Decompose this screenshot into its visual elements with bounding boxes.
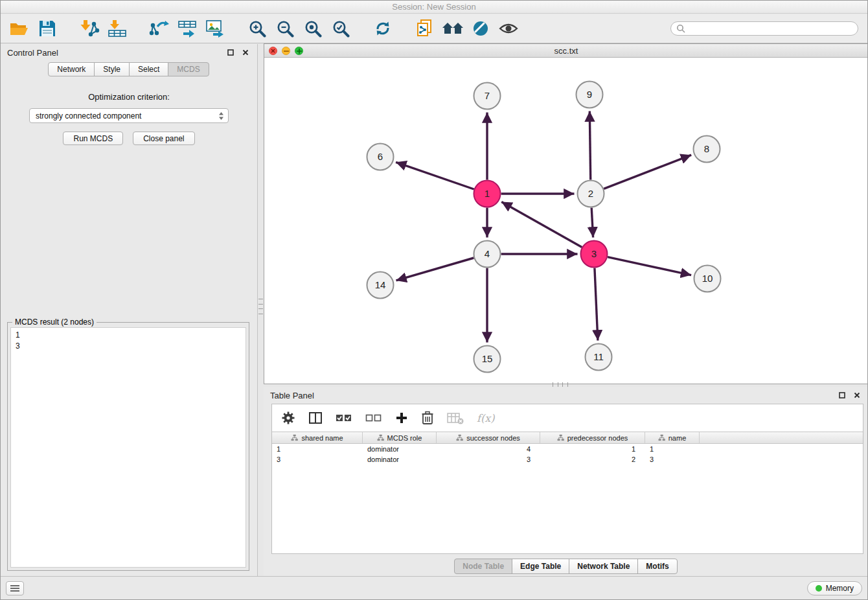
graph-node-10[interactable]: 10 bbox=[694, 266, 721, 292]
export-table-button[interactable] bbox=[175, 16, 200, 41]
tab-style[interactable]: Style bbox=[94, 62, 130, 76]
import-table-button[interactable] bbox=[105, 16, 130, 41]
float-table-panel-button[interactable] bbox=[837, 390, 847, 400]
network-canvas[interactable]: 1234678910111415 bbox=[264, 58, 868, 384]
minimize-window-icon[interactable] bbox=[282, 47, 290, 55]
search-box[interactable] bbox=[670, 21, 858, 36]
graph-node-9[interactable]: 9 bbox=[577, 82, 603, 108]
graph-node-2[interactable]: 2 bbox=[578, 181, 604, 207]
graph-node-4[interactable]: 4 bbox=[474, 241, 501, 268]
close-panel-button[interactable]: Close panel bbox=[133, 132, 194, 145]
graph-edge-2-3[interactable] bbox=[591, 208, 593, 238]
dropdown-stepper-icon bbox=[218, 111, 224, 121]
table-settings-button[interactable] bbox=[281, 411, 295, 425]
delete-column-button[interactable] bbox=[421, 411, 434, 425]
graph-node-1[interactable]: 1 bbox=[474, 181, 501, 207]
close-control-panel-button[interactable] bbox=[240, 47, 251, 58]
column-tree-icon bbox=[658, 434, 665, 441]
column-header-mcds-role[interactable]: MCDS role bbox=[363, 432, 437, 443]
zoom-in-button[interactable] bbox=[245, 16, 269, 41]
open-session-button[interactable] bbox=[7, 16, 32, 41]
table-row[interactable]: 1dominator411 bbox=[272, 444, 863, 454]
column-header-predecessor-nodes[interactable]: predecessor nodes bbox=[540, 432, 645, 443]
graph-edge-1-6[interactable] bbox=[396, 162, 474, 189]
close-table-panel-button[interactable] bbox=[852, 390, 862, 400]
column-header-shared-name[interactable]: shared name bbox=[272, 432, 363, 443]
graph-node-3[interactable]: 3 bbox=[581, 241, 608, 268]
save-session-button[interactable] bbox=[35, 16, 60, 41]
close-icon bbox=[242, 49, 249, 56]
tab-network[interactable]: Network bbox=[48, 62, 95, 76]
graph-node-15[interactable]: 15 bbox=[474, 346, 501, 373]
criterion-dropdown[interactable]: strongly connected component bbox=[29, 108, 229, 123]
zoom-selected-button[interactable] bbox=[328, 16, 353, 41]
column-header-label: predecessor nodes bbox=[567, 434, 628, 442]
graph-node-6[interactable]: 6 bbox=[367, 144, 394, 170]
tab-select[interactable]: Select bbox=[129, 62, 168, 76]
columns-icon bbox=[308, 411, 323, 425]
close-icon bbox=[854, 392, 860, 398]
close-window-icon[interactable] bbox=[269, 47, 277, 55]
tab-network-table[interactable]: Network Table bbox=[569, 559, 638, 574]
maximize-window-icon[interactable] bbox=[295, 47, 303, 55]
zoom-out-button[interactable] bbox=[273, 16, 297, 41]
graph-edge-2-8[interactable] bbox=[604, 155, 691, 189]
table-cell: 3 bbox=[437, 456, 540, 463]
graph-edge-3-1[interactable] bbox=[501, 202, 582, 248]
plus-icon bbox=[395, 411, 408, 424]
svg-text:11: 11 bbox=[593, 351, 604, 362]
delete-table-button[interactable] bbox=[447, 411, 464, 425]
svg-text:15: 15 bbox=[482, 353, 493, 364]
zoom-out-icon bbox=[276, 19, 294, 38]
status-bar: Memory bbox=[1, 576, 867, 599]
vertical-splitter-handle[interactable] bbox=[258, 299, 263, 314]
clone-network-button[interactable] bbox=[413, 16, 437, 41]
refresh-view-button[interactable] bbox=[371, 16, 395, 41]
column-tree-icon bbox=[377, 434, 384, 441]
export-image-button[interactable] bbox=[203, 16, 227, 41]
float-panel-button[interactable] bbox=[225, 47, 236, 58]
folder-open-icon bbox=[10, 21, 29, 36]
table-header-row: shared nameMCDS rolesuccessor nodesprede… bbox=[272, 432, 863, 444]
run-mcds-button[interactable]: Run MCDS bbox=[63, 132, 123, 145]
column-header-label: shared name bbox=[301, 434, 343, 442]
table-cell: 4 bbox=[437, 445, 540, 453]
graph-node-14[interactable]: 14 bbox=[367, 272, 394, 299]
graph-edge-3-10[interactable] bbox=[608, 257, 691, 275]
log-console-button[interactable] bbox=[6, 581, 24, 595]
graph-node-11[interactable]: 11 bbox=[586, 344, 612, 371]
column-header-name[interactable]: name bbox=[645, 432, 700, 443]
function-builder-button[interactable]: f(x) bbox=[477, 412, 494, 424]
graph-node-7[interactable]: 7 bbox=[474, 83, 501, 110]
unchecked-boxes-icon bbox=[365, 411, 382, 424]
control-panel-title: Control Panel bbox=[7, 48, 221, 58]
horizontal-splitter-handle[interactable] bbox=[553, 382, 568, 387]
import-network-button[interactable] bbox=[77, 16, 102, 41]
unselect-all-columns-button[interactable] bbox=[365, 411, 382, 424]
first-neighbors-button[interactable] bbox=[440, 16, 465, 41]
graph-node-8[interactable]: 8 bbox=[694, 136, 720, 163]
zoom-fit-icon bbox=[304, 19, 322, 38]
zoom-fit-button[interactable] bbox=[301, 16, 325, 41]
column-header-successor-nodes[interactable]: successor nodes bbox=[437, 432, 540, 443]
mcds-result-list: 13 bbox=[10, 327, 246, 568]
search-input[interactable] bbox=[689, 23, 852, 34]
table-row[interactable]: 3dominator323 bbox=[272, 454, 863, 465]
graphics-details-button[interactable] bbox=[468, 16, 493, 41]
network-window-title: scc.txt bbox=[554, 46, 578, 56]
export-network-button[interactable] bbox=[147, 16, 172, 41]
show-hide-button[interactable] bbox=[496, 16, 521, 41]
memory-button[interactable]: Memory bbox=[807, 581, 862, 595]
tab-mcds[interactable]: MCDS bbox=[168, 62, 209, 76]
tab-node-table[interactable]: Node Table bbox=[454, 559, 512, 574]
trash-icon bbox=[421, 411, 434, 425]
create-column-button[interactable] bbox=[395, 411, 408, 424]
show-columns-button[interactable] bbox=[308, 411, 323, 425]
graph-edge-2-9[interactable] bbox=[589, 111, 590, 180]
main-toolbar bbox=[1, 14, 867, 43]
tab-motifs[interactable]: Motifs bbox=[637, 559, 677, 574]
select-all-columns-button[interactable] bbox=[336, 411, 352, 424]
graph-edge-4-14[interactable] bbox=[396, 258, 474, 281]
graph-edge-3-11[interactable] bbox=[595, 268, 598, 341]
tab-edge-table[interactable]: Edge Table bbox=[512, 559, 569, 574]
